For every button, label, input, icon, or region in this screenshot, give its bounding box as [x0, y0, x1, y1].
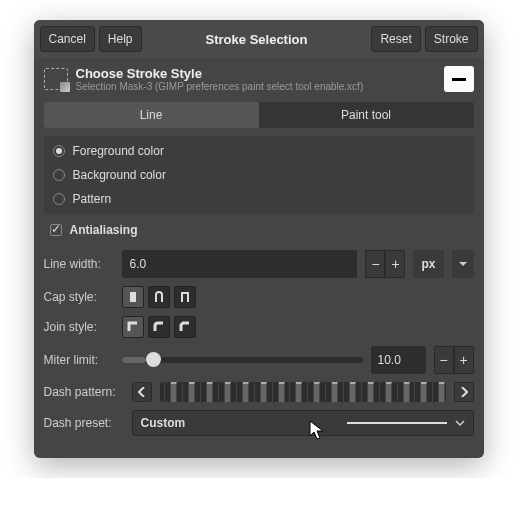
radio-icon — [53, 169, 65, 181]
header-sub: Selection Mask-3 (GIMP preferences paint… — [76, 81, 364, 92]
reset-button[interactable]: Reset — [371, 26, 420, 52]
dialog-title: Stroke Selection — [206, 32, 308, 47]
stroke-icon — [44, 68, 68, 90]
cap-butt-button[interactable] — [122, 286, 144, 308]
radio-label: Background color — [73, 168, 166, 182]
tab-line[interactable]: Line — [44, 102, 259, 128]
stroke-button[interactable]: Stroke — [425, 26, 478, 52]
radio-background[interactable]: Background color — [47, 163, 471, 187]
join-round-button[interactable] — [148, 316, 170, 338]
check-icon — [50, 224, 62, 236]
dash-pattern-row: Dash pattern: — [44, 382, 474, 402]
cap-square-button[interactable] — [174, 286, 196, 308]
antialiasing-checkbox[interactable]: Antialiasing — [44, 218, 474, 242]
miter-limit-row: Miter limit: − + — [44, 346, 474, 374]
join-bevel-button[interactable] — [174, 316, 196, 338]
titlebar: Cancel Help Stroke Selection Reset Strok… — [34, 20, 484, 58]
line-width-input[interactable] — [122, 250, 358, 278]
unit-label: px — [413, 250, 443, 278]
dash-next-button[interactable] — [454, 382, 474, 402]
stroke-dialog: Cancel Help Stroke Selection Reset Strok… — [34, 20, 484, 458]
line-width-row: Line width: − + px — [44, 250, 474, 278]
radio-icon — [53, 193, 65, 205]
help-button[interactable]: Help — [99, 26, 142, 52]
increment-button[interactable]: + — [385, 250, 405, 278]
join-miter-button[interactable] — [122, 316, 144, 338]
increment-button[interactable]: + — [454, 346, 474, 374]
miter-slider[interactable] — [122, 357, 363, 363]
dash-preview — [347, 422, 447, 424]
line-width-label: Line width: — [44, 257, 114, 271]
dash-preset-row: Dash preset: Custom — [44, 410, 474, 436]
svg-rect-0 — [130, 292, 136, 302]
join-style-row: Join style: — [44, 316, 474, 338]
header: Choose Stroke Style Selection Mask-3 (GI… — [34, 58, 484, 100]
dash-pattern-label: Dash pattern: — [44, 385, 124, 399]
radio-pattern[interactable]: Pattern — [47, 187, 471, 211]
radio-label: Pattern — [73, 192, 112, 206]
dash-preset-dropdown[interactable]: Custom — [132, 410, 474, 436]
header-heading: Choose Stroke Style — [76, 66, 364, 81]
slider-thumb[interactable] — [146, 352, 161, 367]
chevron-down-icon — [455, 420, 465, 426]
dash-preset-label: Dash preset: — [44, 416, 124, 430]
tab-paint-tool[interactable]: Paint tool — [259, 102, 474, 128]
check-label: Antialiasing — [70, 223, 138, 237]
cap-style-row: Cap style: — [44, 286, 474, 308]
color-source-group: Foreground color Background color Patter… — [44, 136, 474, 214]
dash-pattern-editor[interactable] — [160, 382, 446, 402]
cancel-button[interactable]: Cancel — [40, 26, 95, 52]
body: Line Paint tool Foreground color Backgro… — [34, 100, 484, 458]
cap-round-button[interactable] — [148, 286, 170, 308]
radio-icon — [53, 145, 65, 157]
radio-foreground[interactable]: Foreground color — [47, 139, 471, 163]
dash-prev-button[interactable] — [132, 382, 152, 402]
miter-input[interactable] — [371, 346, 426, 374]
radio-label: Foreground color — [73, 144, 164, 158]
collapse-button[interactable] — [444, 66, 474, 92]
decrement-button[interactable]: − — [434, 346, 454, 374]
cap-style-label: Cap style: — [44, 290, 114, 304]
dropdown-value: Custom — [141, 416, 186, 430]
join-style-label: Join style: — [44, 320, 114, 334]
decrement-button[interactable]: − — [365, 250, 385, 278]
unit-dropdown[interactable] — [452, 250, 474, 278]
miter-limit-label: Miter limit: — [44, 353, 114, 367]
tabs: Line Paint tool — [44, 102, 474, 128]
